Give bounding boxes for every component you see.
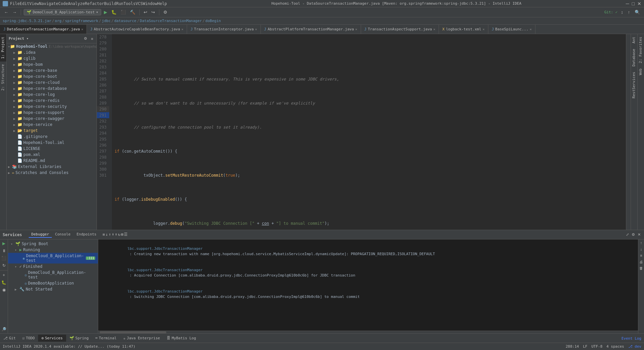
vtab-web[interactable]: Web [638,66,644,78]
svc-restart-btn[interactable]: ↻ [1,262,7,269]
code-text[interactable]: // Switch to manual commit if necessary.… [112,34,626,230]
tab-abstract-autowire[interactable]: J AbstractAutowireCapableBeanFactory.jav… [87,25,187,34]
expand-panel-btn[interactable]: ⤢ [625,232,630,237]
tree-hope-core-security[interactable]: ▶ 📁 hope-core-security [7,104,97,110]
vtab-structure[interactable]: 2: Structure [0,61,6,93]
tab-transaction-interceptor[interactable]: J TransactionInterceptor.java ✕ [187,25,261,34]
menu-analyze[interactable]: Analyze [68,1,85,6]
menu-run[interactable]: Run [116,1,124,6]
path-jdbc[interactable]: jdbc [102,19,111,23]
svc-notstarted[interactable]: ▶ 🔧 Not Started [8,286,98,292]
search-everywhere[interactable]: 🔍 [633,9,641,15]
undo-button[interactable]: ↩ [142,9,149,15]
tree-scratches[interactable]: ▶ ✏️ Scratches and Consoles [7,170,97,176]
menu-help[interactable]: Help [157,1,167,6]
settings-button[interactable]: ⚙ [162,9,169,15]
tree-cglib[interactable]: ▶ 📁 cglib [7,55,97,61]
menu-file[interactable]: File [10,1,20,6]
tab-close-7[interactable]: ✕ [530,27,532,31]
tree-readme[interactable]: 📄 README.md [7,158,97,164]
tree-license[interactable]: 📄 LICENSE [7,146,97,152]
svc-running[interactable]: ▾ ▶ Running [8,247,98,253]
tree-hope-core-cloud[interactable]: ▶ 📁 hope-core-cloud [7,79,97,85]
vtab-project[interactable]: 1: Project [0,34,6,61]
maximize-button[interactable]: □ [632,1,635,6]
menu-vcs[interactable]: VCS [136,1,143,6]
tree-pom[interactable]: 📄 pom.xml [7,152,97,158]
tree-hope-core-base[interactable]: ▶ 📁 hope-core-base [7,67,97,73]
vtab-database[interactable]: Database [631,46,637,69]
bottom-tab-spring[interactable]: 🌱 Spring [66,335,92,342]
path-springframework[interactable]: springframework [65,19,98,23]
tab-transaction-aspect[interactable]: J TransactionAspectSupport.java ✕ [361,25,439,34]
tree-iml[interactable]: 📄 Hopehomi-Tool.iml [7,140,97,146]
bottom-tab-mybatis[interactable]: 🗄 MyBatis Log [163,335,199,342]
stab-endpoints[interactable]: Endpoints [74,231,99,238]
tab-abstract-platform[interactable]: J AbstractPlatformTransactionManager.jav… [261,25,361,34]
tree-hope-core-log[interactable]: ▶ 📁 hope-core-log [7,92,97,98]
minimize-button[interactable]: ─ [626,1,629,6]
tree-hope-core-redis[interactable]: ▶ 📁 hope-core-redis [7,98,97,104]
debug-button[interactable]: 🐛 [110,9,118,15]
menu-view[interactable]: View [29,1,39,6]
forward-button[interactable]: → [11,9,18,15]
tab-close-6[interactable]: ✕ [483,27,485,31]
settings-panel-btn[interactable]: ⚙ [631,232,636,237]
menu-code[interactable]: Code [58,1,68,6]
bottom-tab-terminal[interactable]: ⌨ Terminal [92,335,120,342]
svc-print[interactable]: 🖨 [639,259,644,265]
sidebar-collapse[interactable]: ≡ [90,36,95,41]
tree-target[interactable]: ▶ 📂 target [7,128,97,134]
svc-run-btn[interactable]: ▶ [1,240,7,247]
stab-debugger[interactable]: Debugger [29,231,52,238]
menu-navigate[interactable]: Navigate [39,1,58,6]
stab-console[interactable]: Console [52,231,73,238]
svc-demoboot[interactable]: ◎ DemoBootApplication [8,280,98,286]
sidebar-settings[interactable]: ⚙ [83,36,89,41]
bottom-tab-git[interactable]: ⎇ Git [0,335,19,342]
run-config-selector[interactable]: 🌱 DemoCloud_B_Application-test ▾ [24,9,101,15]
event-log-link[interactable]: Event Log [619,336,644,341]
svc-scroll-top[interactable]: ↑ [640,240,643,245]
branch-name[interactable]: ⎇ dev [628,344,642,349]
console-area[interactable]: lbc.support.JdbcTransactionManager : Cre… [98,239,638,331]
tree-idea[interactable]: ▶ 📁 .idea [7,49,97,55]
back-button[interactable]: ← [3,9,10,15]
menu-window[interactable]: Window [143,1,157,6]
tree-hope-core-boot[interactable]: ▶ 📁 hope-core-boot [7,73,97,79]
vtab-ant[interactable]: Ant [631,34,637,46]
svc-icon-3[interactable]: ↑ [109,232,111,237]
svc-icon-4[interactable]: ⬇ [112,232,114,237]
tree-hope-service[interactable]: ▶ 📁 hope-service [7,122,97,128]
tree-hope-core-swagger[interactable]: ▶ 📁 hope-core-swagger [7,116,97,122]
tab-close-4[interactable]: ✕ [355,27,357,31]
build-button[interactable]: 🔨 [129,9,137,15]
tree-hope-bom[interactable]: ▶ 📁 hope-bom [7,61,97,67]
path-jar[interactable]: spring-jdbc-5.3.21.jar [3,19,51,23]
svc-scroll-bottom[interactable]: ↓ [640,246,643,252]
tab-close-3[interactable]: ✕ [255,27,257,31]
path-class[interactable]: DataSourceTransactionManager [140,19,202,23]
tab-close-5[interactable]: ✕ [433,27,435,31]
git-push[interactable]: ↑ [627,9,632,15]
menu-build[interactable]: Build [104,1,116,6]
vtab-restservices[interactable]: RestServices [631,69,637,101]
svc-wrap[interactable]: ≡ [639,253,643,258]
tab-datasource[interactable]: J DataSourceTransactionManager.java ✕ [0,25,87,34]
svc-filter-btn[interactable]: 🔎 [1,326,7,333]
svc-icon-5[interactable]: ⬆ [115,232,117,237]
tab-spilaunc[interactable]: J BaseSpiLaunc... ✕ [488,25,535,34]
tab-close-datasource[interactable]: ✕ [81,27,83,31]
editor-scrollbar[interactable] [626,34,631,230]
run-button[interactable]: ▶ [103,9,109,15]
svc-add-btn[interactable]: + [1,272,7,279]
svc-icon-7[interactable]: ⊞ [121,232,123,237]
bottom-tab-todo[interactable]: ☑ TODO [19,335,38,342]
console-scrollbar[interactable] [98,331,638,333]
svc-debug-btn[interactable]: 🐛 [1,279,7,286]
path-org[interactable]: org [55,19,61,23]
svc-stop-btn[interactable]: ⬛ [1,255,7,261]
svc-finished[interactable]: ▾ ✓ Finished [8,264,98,270]
path-method[interactable]: doBegin [205,19,221,23]
menu-tools[interactable]: Tools [124,1,136,6]
